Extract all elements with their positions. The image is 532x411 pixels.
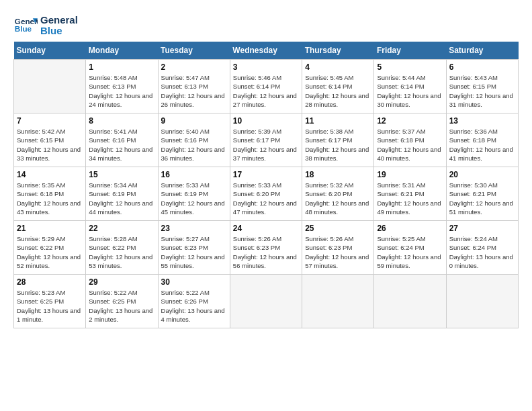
weekday-header-tuesday: Tuesday: [158, 42, 230, 60]
day-info: Sunrise: 5:40 AMSunset: 6:16 PMDaylight:…: [161, 127, 227, 163]
day-info: Sunrise: 5:48 AMSunset: 6:13 PMDaylight:…: [89, 73, 154, 109]
day-number: 26: [377, 224, 443, 233]
calendar-cell: 19Sunrise: 5:31 AMSunset: 6:21 PMDayligh…: [374, 167, 446, 221]
day-number: 23: [161, 224, 227, 233]
calendar-cell: 10Sunrise: 5:39 AMSunset: 6:17 PMDayligh…: [230, 113, 302, 167]
day-info: Sunrise: 5:37 AMSunset: 6:18 PMDaylight:…: [377, 127, 443, 163]
calendar-cell: 2Sunrise: 5:47 AMSunset: 6:13 PMDaylight…: [158, 60, 230, 113]
calendar-cell: 21Sunrise: 5:29 AMSunset: 6:22 PMDayligh…: [14, 221, 86, 275]
day-info: Sunrise: 5:24 AMSunset: 6:24 PMDaylight:…: [449, 234, 515, 270]
weekday-header-row: SundayMondayTuesdayWednesdayThursdayFrid…: [14, 42, 519, 60]
day-info: Sunrise: 5:22 AMSunset: 6:26 PMDaylight:…: [161, 288, 227, 324]
weekday-header-saturday: Saturday: [446, 42, 518, 60]
day-info: Sunrise: 5:31 AMSunset: 6:21 PMDaylight:…: [377, 181, 443, 216]
logo: General Blue General Blue: [13, 13, 78, 38]
logo-line1: General: [40, 15, 78, 26]
page-container: General Blue General Blue SundayMondayTu…: [13, 13, 519, 328]
day-number: 8: [89, 116, 154, 126]
day-info: Sunrise: 5:30 AMSunset: 6:21 PMDaylight:…: [449, 181, 515, 216]
day-info: Sunrise: 5:39 AMSunset: 6:17 PMDaylight:…: [233, 127, 299, 163]
calendar-table: SundayMondayTuesdayWednesdayThursdayFrid…: [13, 42, 519, 328]
calendar-cell: 17Sunrise: 5:33 AMSunset: 6:20 PMDayligh…: [230, 167, 302, 221]
day-info: Sunrise: 5:43 AMSunset: 6:15 PMDaylight:…: [449, 73, 515, 109]
day-info: Sunrise: 5:47 AMSunset: 6:13 PMDaylight:…: [161, 73, 227, 109]
day-number: 28: [17, 277, 83, 287]
day-number: 30: [161, 277, 227, 287]
day-number: 18: [305, 170, 371, 179]
calendar-cell: 29Sunrise: 5:22 AMSunset: 6:25 PMDayligh…: [86, 275, 158, 328]
day-info: Sunrise: 5:28 AMSunset: 6:22 PMDaylight:…: [89, 234, 154, 270]
calendar-week-row: 28Sunrise: 5:23 AMSunset: 6:25 PMDayligh…: [14, 275, 519, 328]
day-number: 6: [449, 62, 515, 72]
calendar-cell: [14, 60, 86, 113]
calendar-week-row: 21Sunrise: 5:29 AMSunset: 6:22 PMDayligh…: [14, 221, 519, 275]
calendar-cell: 20Sunrise: 5:30 AMSunset: 6:21 PMDayligh…: [446, 167, 518, 221]
calendar-cell: 30Sunrise: 5:22 AMSunset: 6:26 PMDayligh…: [158, 275, 230, 328]
day-info: Sunrise: 5:33 AMSunset: 6:19 PMDaylight:…: [161, 181, 227, 216]
day-number: 7: [17, 116, 83, 126]
calendar-cell: 8Sunrise: 5:41 AMSunset: 6:16 PMDaylight…: [86, 113, 158, 167]
calendar-week-row: 1Sunrise: 5:48 AMSunset: 6:13 PMDaylight…: [14, 60, 519, 113]
day-number: 2: [161, 62, 227, 72]
calendar-cell: 9Sunrise: 5:40 AMSunset: 6:16 PMDaylight…: [158, 113, 230, 167]
calendar-cell: 11Sunrise: 5:38 AMSunset: 6:17 PMDayligh…: [302, 113, 374, 167]
calendar-cell: 5Sunrise: 5:44 AMSunset: 6:14 PMDaylight…: [374, 60, 446, 113]
calendar-cell: [446, 275, 518, 328]
day-info: Sunrise: 5:32 AMSunset: 6:20 PMDaylight:…: [305, 181, 371, 216]
calendar-week-row: 7Sunrise: 5:42 AMSunset: 6:15 PMDaylight…: [14, 113, 519, 167]
day-number: 22: [89, 224, 154, 233]
day-info: Sunrise: 5:26 AMSunset: 6:23 PMDaylight:…: [233, 234, 299, 270]
calendar-cell: 26Sunrise: 5:25 AMSunset: 6:24 PMDayligh…: [374, 221, 446, 275]
weekday-header-wednesday: Wednesday: [230, 42, 302, 60]
day-info: Sunrise: 5:34 AMSunset: 6:19 PMDaylight:…: [89, 181, 154, 216]
day-info: Sunrise: 5:27 AMSunset: 6:23 PMDaylight:…: [161, 234, 227, 270]
calendar-cell: 12Sunrise: 5:37 AMSunset: 6:18 PMDayligh…: [374, 113, 446, 167]
day-number: 4: [305, 62, 371, 72]
day-info: Sunrise: 5:33 AMSunset: 6:20 PMDaylight:…: [233, 181, 299, 216]
day-number: 14: [17, 170, 83, 179]
day-info: Sunrise: 5:45 AMSunset: 6:14 PMDaylight:…: [305, 73, 371, 109]
day-number: 3: [233, 62, 299, 72]
calendar-cell: 6Sunrise: 5:43 AMSunset: 6:15 PMDaylight…: [446, 60, 518, 113]
calendar-cell: 25Sunrise: 5:26 AMSunset: 6:23 PMDayligh…: [302, 221, 374, 275]
calendar-cell: [374, 275, 446, 328]
calendar-cell: 24Sunrise: 5:26 AMSunset: 6:23 PMDayligh…: [230, 221, 302, 275]
page-header: General Blue General Blue: [13, 13, 519, 38]
day-info: Sunrise: 5:41 AMSunset: 6:16 PMDaylight:…: [89, 127, 154, 163]
calendar-cell: 13Sunrise: 5:36 AMSunset: 6:18 PMDayligh…: [446, 113, 518, 167]
weekday-header-friday: Friday: [374, 42, 446, 60]
calendar-cell: 23Sunrise: 5:27 AMSunset: 6:23 PMDayligh…: [158, 221, 230, 275]
day-number: 16: [161, 170, 227, 179]
calendar-cell: 4Sunrise: 5:45 AMSunset: 6:14 PMDaylight…: [302, 60, 374, 113]
day-info: Sunrise: 5:22 AMSunset: 6:25 PMDaylight:…: [89, 288, 154, 324]
day-number: 15: [89, 170, 154, 179]
logo-icon: General Blue: [13, 13, 38, 38]
calendar-cell: [302, 275, 374, 328]
day-info: Sunrise: 5:46 AMSunset: 6:14 PMDaylight:…: [233, 73, 299, 109]
day-number: 19: [377, 170, 443, 179]
calendar-cell: 18Sunrise: 5:32 AMSunset: 6:20 PMDayligh…: [302, 167, 374, 221]
day-info: Sunrise: 5:36 AMSunset: 6:18 PMDaylight:…: [449, 127, 515, 163]
day-number: 21: [17, 224, 83, 233]
calendar-cell: 7Sunrise: 5:42 AMSunset: 6:15 PMDaylight…: [14, 113, 86, 167]
day-number: 27: [449, 224, 515, 233]
day-number: 11: [305, 116, 371, 126]
day-info: Sunrise: 5:26 AMSunset: 6:23 PMDaylight:…: [305, 234, 371, 270]
calendar-cell: 27Sunrise: 5:24 AMSunset: 6:24 PMDayligh…: [446, 221, 518, 275]
calendar-cell: 3Sunrise: 5:46 AMSunset: 6:14 PMDaylight…: [230, 60, 302, 113]
weekday-header-thursday: Thursday: [302, 42, 374, 60]
day-info: Sunrise: 5:29 AMSunset: 6:22 PMDaylight:…: [17, 234, 83, 270]
day-number: 12: [377, 116, 443, 126]
day-info: Sunrise: 5:23 AMSunset: 6:25 PMDaylight:…: [17, 288, 83, 324]
day-info: Sunrise: 5:35 AMSunset: 6:18 PMDaylight:…: [17, 181, 83, 216]
logo-line2: Blue: [40, 26, 78, 37]
day-number: 10: [233, 116, 299, 126]
day-number: 25: [305, 224, 371, 233]
weekday-header-sunday: Sunday: [14, 42, 86, 60]
day-number: 20: [449, 170, 515, 179]
calendar-week-row: 14Sunrise: 5:35 AMSunset: 6:18 PMDayligh…: [14, 167, 519, 221]
weekday-header-monday: Monday: [86, 42, 158, 60]
svg-text:Blue: Blue: [15, 24, 32, 33]
calendar-cell: 15Sunrise: 5:34 AMSunset: 6:19 PMDayligh…: [86, 167, 158, 221]
calendar-cell: 16Sunrise: 5:33 AMSunset: 6:19 PMDayligh…: [158, 167, 230, 221]
